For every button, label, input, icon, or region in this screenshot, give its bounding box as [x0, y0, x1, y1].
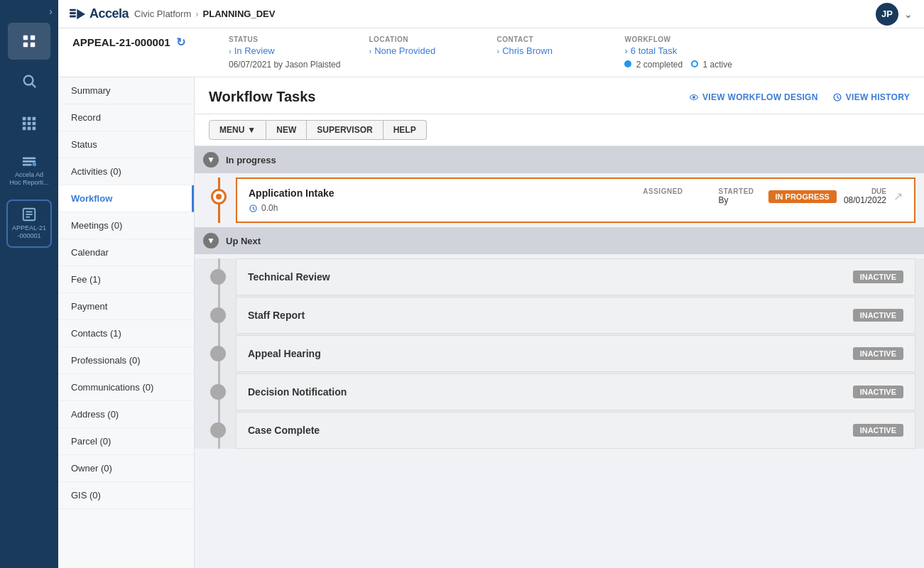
task-item-appeal-hearing[interactable]: Appeal Hearing INACTIVE: [236, 335, 915, 372]
contact-section: CONTACT › Chris Brown: [496, 36, 596, 56]
workflow-task-count: 6 total Task: [631, 45, 678, 56]
workflow-tasks-header: Workflow Tasks VIEW WORKFLOW DESIGN: [195, 77, 924, 114]
nav-item-summary[interactable]: Summary: [58, 77, 194, 104]
svg-rect-7: [28, 117, 31, 121]
svg-line-5: [32, 84, 36, 87]
supervisor-btn[interactable]: SUPERVISOR: [307, 120, 383, 140]
svg-rect-0: [23, 36, 28, 40]
status-value[interactable]: › In Review: [229, 45, 340, 56]
task-name-appeal-hearing: Appeal Hearing: [248, 348, 321, 359]
view-history-btn[interactable]: VIEW HISTORY: [832, 92, 910, 102]
contact-value[interactable]: › Chris Brown: [496, 45, 596, 56]
workflow-toolbar: MENU ▼ NEW SUPERVISOR HELP: [195, 114, 924, 146]
sidebar-item-apps[interactable]: [8, 105, 50, 142]
task-item-staff-report[interactable]: Staff Report INACTIVE: [236, 297, 915, 334]
task-item-application-intake[interactable]: Application Intake 0.0h: [236, 178, 915, 223]
workflow-design-icon: [689, 92, 699, 102]
status-chevron: ›: [229, 47, 232, 55]
nav-item-fee[interactable]: Fee (1): [58, 266, 194, 293]
location-section: LOCATION › None Provided: [369, 36, 468, 56]
nav-item-meetings[interactable]: Meetings (0): [58, 212, 194, 239]
view-workflow-design-btn[interactable]: VIEW WORKFLOW DESIGN: [689, 92, 818, 102]
help-btn[interactable]: HELP: [384, 120, 427, 140]
nav-item-address[interactable]: Address (0): [58, 401, 194, 428]
in-progress-title: In progress: [226, 155, 276, 165]
status-date: 06/07/2021 by Jason Plaisted: [229, 60, 340, 70]
nav-item-contacts[interactable]: Contacts (1): [58, 320, 194, 347]
record-badge-text2: -000001: [17, 232, 40, 241]
task-dot-case-complete: [210, 422, 226, 438]
location-chevron: ›: [369, 47, 371, 55]
user-menu-chevron[interactable]: ⌄: [904, 9, 913, 20]
task-time-application-intake: 0.0h: [249, 203, 629, 213]
nav-item-professionals[interactable]: Professionals (0): [58, 347, 194, 374]
up-next-section-header[interactable]: ▼ Up Next: [195, 227, 924, 254]
svg-rect-2: [23, 43, 28, 47]
menu-chevron-icon: ▼: [247, 125, 256, 135]
breadcrumb-env: PLANNING_DEV: [203, 9, 276, 19]
status-label: STATUS: [229, 36, 340, 43]
new-btn[interactable]: NEW: [266, 120, 307, 140]
workflow-task-row[interactable]: › 6 total Task: [624, 45, 732, 56]
user-avatar[interactable]: JP: [876, 3, 898, 26]
logo: Accela: [70, 6, 129, 21]
svg-rect-24: [70, 12, 76, 14]
svg-rect-25: [70, 15, 76, 17]
nav-item-owner[interactable]: Owner (0): [58, 455, 194, 482]
workflow-title: Workflow Tasks: [209, 89, 315, 105]
svg-rect-1: [31, 36, 35, 40]
in-progress-section-header[interactable]: ▼ In progress: [195, 146, 924, 173]
sidebar-item-adhoc[interactable]: Accela AdHoc Reporti...: [6, 149, 51, 191]
record-id: APPEAL-21-000001 ↻: [72, 36, 200, 49]
task-item-case-complete[interactable]: Case Complete INACTIVE: [236, 412, 915, 449]
expand-icon-application-intake[interactable]: ↗: [893, 190, 903, 203]
in-progress-badge-text: IN PROGRESS: [768, 190, 837, 203]
workflow-header-label: WORKFLOW: [624, 36, 732, 43]
nav-item-workflow[interactable]: Workflow: [58, 185, 194, 212]
in-progress-badge: IN PROGRESS: [768, 191, 837, 202]
task-name-application-intake: Application Intake: [249, 187, 629, 199]
location-label: LOCATION: [369, 36, 468, 43]
workflow-panel: Workflow Tasks VIEW WORKFLOW DESIGN: [195, 77, 924, 568]
view-history-label: VIEW HISTORY: [846, 92, 910, 102]
status-value-text: In Review: [234, 45, 275, 56]
location-value-text: None Provided: [374, 45, 435, 56]
task-item-technical-review[interactable]: Technical Review INACTIVE: [236, 258, 915, 295]
due-label: DUE: [871, 187, 886, 195]
content-body: Summary Record Status Activities (0) Wor…: [58, 77, 924, 568]
workflow-task-stats: 2 completed 1 active: [624, 60, 732, 70]
refresh-icon[interactable]: ↻: [176, 36, 185, 49]
nav-item-payment[interactable]: Payment: [58, 293, 194, 320]
sidebar-item-grid[interactable]: [8, 23, 50, 60]
breadcrumb-sep: ›: [195, 9, 198, 19]
inactive-badge-staff-report: INACTIVE: [853, 309, 903, 322]
sidebar-record-badge[interactable]: APPEAL-21 -000001: [6, 200, 52, 248]
menu-btn[interactable]: MENU ▼: [209, 120, 266, 140]
task-time-value: 0.0h: [261, 203, 278, 213]
location-value[interactable]: › None Provided: [369, 45, 468, 56]
task-item-decision-notification[interactable]: Decision Notification INACTIVE: [236, 373, 915, 410]
nav-item-record[interactable]: Record: [58, 104, 194, 131]
sidebar-collapse-btn[interactable]: ›: [0, 6, 58, 17]
section-in-progress: ▼ In progress: [195, 146, 924, 223]
inactive-badge-appeal-hearing: INACTIVE: [853, 347, 903, 360]
nav-item-activities[interactable]: Activities (0): [58, 158, 194, 185]
task-dot-application-intake: [211, 189, 227, 204]
assigned-group: ASSIGNED: [643, 187, 683, 195]
nav-item-parcel[interactable]: Parcel (0): [58, 428, 194, 455]
view-workflow-design-label: VIEW WORKFLOW DESIGN: [702, 92, 818, 102]
clock-icon: [249, 204, 258, 213]
started-value: By: [719, 195, 754, 205]
task-info-application-intake: Application Intake 0.0h: [249, 187, 629, 213]
nav-item-communications[interactable]: Communications (0): [58, 374, 194, 401]
svg-rect-14: [33, 127, 36, 131]
nav-item-calendar[interactable]: Calendar: [58, 239, 194, 266]
svg-point-18: [33, 163, 37, 167]
nav-item-status[interactable]: Status: [58, 131, 194, 158]
inactive-badge-decision-notification: INACTIVE: [853, 386, 903, 398]
sidebar-item-search[interactable]: [8, 62, 50, 99]
record-header: APPEAL-21-000001 ↻ STATUS › In Review 06…: [58, 28, 924, 77]
svg-rect-8: [33, 117, 36, 121]
nav-item-gis[interactable]: GIS (0): [58, 482, 194, 509]
due-group: DUE 08/01/2022: [844, 187, 886, 205]
